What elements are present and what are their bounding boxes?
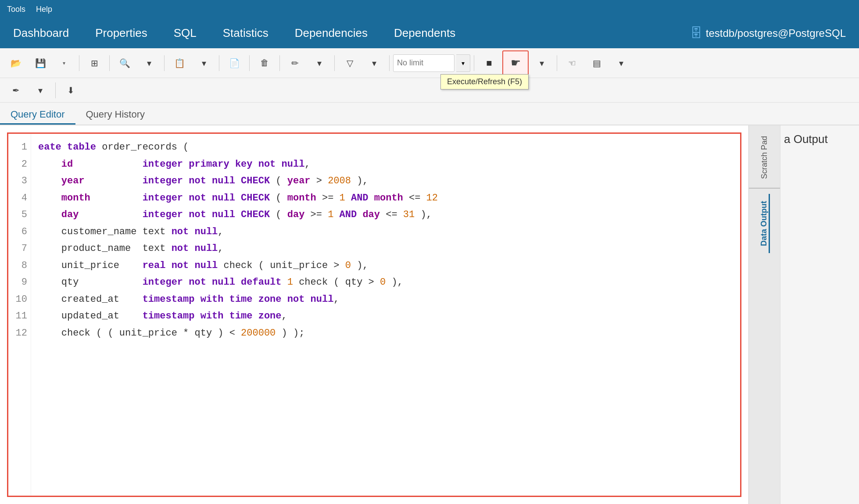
tab-sql[interactable]: SQL [161,18,210,48]
pen-button[interactable]: ✒ [4,80,27,101]
main-area: 1 2 3 4 5 6 7 8 9 10 11 12 eate table or… [0,125,859,504]
grid-icon: ⊞ [91,58,98,68]
filter-icon: ▽ [347,58,353,68]
find-dropdown-button[interactable]: ▾ [138,53,161,74]
chevron-down-icon-5: ▾ [372,58,376,68]
edit-button[interactable]: ✏ [283,53,306,74]
tab-dependents[interactable]: Dependents [381,18,469,48]
copy-button[interactable]: 📋 [168,53,191,74]
separator-7 [334,55,335,71]
table-icon: ▤ [593,58,601,68]
separator-1 [79,55,79,71]
separator-4 [219,55,219,71]
folder-icon: 📂 [11,58,21,68]
save-button[interactable]: 💾 [29,53,52,74]
cursor-button[interactable]: ☜ [561,53,583,74]
toolbar2: ✒ ▾ ⬇ [0,78,859,103]
db-icon: 🗄 [690,26,702,40]
paste-icon: 📄 [229,58,240,68]
chevron-down-icon-2: ▾ [147,58,151,68]
no-limit-input[interactable] [393,54,455,72]
right-panel: Scratch Pad Data Output [748,125,780,504]
stop-icon: ■ [486,57,492,69]
code-editor[interactable]: 1 2 3 4 5 6 7 8 9 10 11 12 eate table or… [7,132,741,497]
db-label: 🗄 testdb/postgres@PostgreSQL [677,18,859,48]
menu-help[interactable]: Help [36,5,52,14]
menu-bar: Tools Help [0,0,859,18]
separator-6 [279,55,280,71]
cursor-icon: ☜ [568,58,576,68]
editor-container: 1 2 3 4 5 6 7 8 9 10 11 12 eate table or… [0,125,748,504]
pen-icon: ✒ [12,85,20,96]
separator-11 [55,82,56,98]
separator-2 [109,55,110,71]
separator-3 [164,55,165,71]
more-button[interactable]: ▾ [610,53,633,74]
more-icon: ▾ [619,58,623,68]
download-icon: ⬇ [67,85,75,96]
filter-button[interactable]: ▽ [338,53,361,74]
execute-tooltip: Execute/Refresh (F5) [440,74,529,89]
tab-properties[interactable]: Properties [82,18,161,48]
copy-icon: 📋 [174,58,185,68]
tab-dashboard[interactable]: Dashboard [0,18,82,48]
stop-button[interactable]: ■ [478,53,501,74]
search-icon: 🔍 [119,58,130,68]
chevron-down-icon-4: ▾ [317,58,322,68]
delete-button[interactable]: 🗑 [253,53,276,74]
tab-bar: Dashboard Properties SQL Statistics Depe… [0,18,859,48]
separator-9 [474,55,474,71]
execute-dropdown-button[interactable]: ▾ [530,53,553,74]
execute-button[interactable]: ☛ [502,50,529,76]
toolbar: 📂 💾 ▾ ⊞ 🔍 ▾ 📋 ▾ 📄 🗑 ✏ ▾ ▽ [0,48,859,78]
edit-dropdown-button[interactable]: ▾ [308,53,331,74]
pen-dropdown-button[interactable]: ▾ [29,80,52,101]
tab-query-history[interactable]: Query History [75,105,155,125]
chevron-down-icon-3: ▾ [202,58,206,68]
edit-icon: ✏ [291,58,299,68]
menu-tools[interactable]: Tools [7,5,25,14]
save-dropdown-button[interactable]: ▾ [53,53,75,74]
download-button[interactable]: ⬇ [59,80,82,101]
tab-dependencies[interactable]: Dependencies [282,18,381,48]
db-label-text: testdb/postgres@PostgreSQL [706,27,846,39]
output-title: a Output [784,132,828,146]
open-file-button[interactable]: 📂 [4,53,27,74]
no-limit-dropdown-button[interactable]: ▾ [456,54,470,72]
tab-query-editor[interactable]: Query Editor [0,105,75,125]
separator-10 [557,55,557,71]
find-button[interactable]: 🔍 [113,53,136,74]
paste-button[interactable]: 📄 [223,53,246,74]
separator-5 [249,55,250,71]
data-output-label[interactable]: Data Output [759,194,770,253]
save-icon: 💾 [35,58,46,68]
grid-button[interactable]: ⊞ [83,53,106,74]
line-numbers: 1 2 3 4 5 6 7 8 9 10 11 12 [8,134,31,496]
panel-divider [749,188,780,189]
filter-dropdown-button[interactable]: ▾ [363,53,386,74]
chevron-down-icon: ▾ [63,60,65,66]
chevron-down-icon-6: ▾ [540,58,544,68]
copy-dropdown-button[interactable]: ▾ [193,53,215,74]
scratch-pad-label[interactable]: Scratch Pad [760,129,769,186]
delete-icon: 🗑 [260,58,269,68]
query-editor-tabs: Query Editor Query History [0,103,859,125]
separator-8 [389,55,390,71]
execute-icon: ☛ [511,56,521,70]
table-view-button[interactable]: ▤ [585,53,608,74]
code-content[interactable]: eate table order_records ( id integer pr… [31,134,740,496]
chevron-down-icon-7: ▾ [38,85,43,96]
output-area: a Output [780,125,859,504]
tab-statistics[interactable]: Statistics [210,18,282,48]
